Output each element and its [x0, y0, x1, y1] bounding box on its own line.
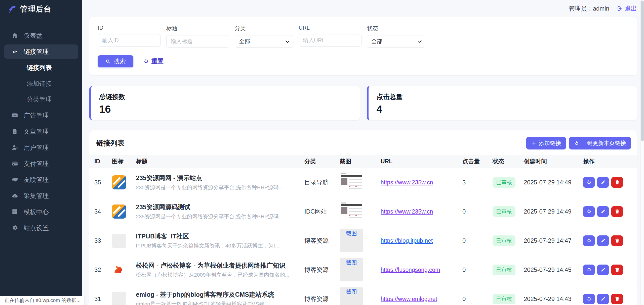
link-title: 松松网 - 卢松松博客 - 为草根创业者提供网络推广知识 — [136, 261, 304, 270]
cell-clicks: 0 — [462, 266, 493, 273]
sidebar-subitem-category-management[interactable]: 分类管理 — [0, 91, 82, 107]
status-badge: 已审核 — [493, 177, 515, 188]
delete-link-button[interactable] — [611, 235, 623, 246]
sidebar-item-ad-management[interactable]: 广告管理 — [0, 107, 82, 123]
stat-card-total-links: 总链接数 16 — [89, 86, 360, 120]
link-url[interactable]: https://lusongsong.com — [381, 267, 440, 273]
add-link-label: 添加链接 — [539, 139, 561, 147]
edit-icon — [600, 296, 606, 301]
refresh-link-button[interactable] — [583, 235, 595, 246]
sidebar-item-site-settings[interactable]: 站点设置 — [0, 220, 82, 236]
sidebar-item-friendlink-management[interactable]: 友联管理 — [0, 172, 82, 188]
filter-label-title: 标题 — [166, 25, 229, 32]
link-title: 235资源网源码测试 — [136, 203, 304, 211]
table-row: 32 松松网 - 卢松松博客 - 为草根创业者提供网络推广知识 松松网（卢松松博… — [89, 255, 637, 284]
add-link-button[interactable]: 添加链接 — [526, 137, 566, 149]
browser-status-text: 正在传输来自 s0.wp.com 的数据... — [0, 296, 85, 305]
title-input[interactable] — [166, 35, 229, 48]
sidebar-subitem-add-link[interactable]: 添加链接 — [0, 76, 82, 91]
status-select[interactable]: 全部 — [367, 35, 425, 48]
scrollbar-thumb[interactable] — [641, 1, 644, 141]
category-select[interactable]: 全部 — [235, 35, 293, 48]
delete-link-button[interactable] — [611, 206, 623, 217]
link-url[interactable]: https://www.235w.cn — [381, 208, 433, 215]
filter-field-category: 分类 全部 — [235, 25, 293, 48]
sidebar-item-link-management[interactable]: 链接管理 — [4, 44, 78, 59]
edit-link-button[interactable] — [597, 235, 609, 246]
refresh-link-button[interactable] — [583, 294, 595, 304]
trash-icon — [615, 209, 620, 214]
cell-clicks: 0 — [462, 208, 493, 215]
id-input[interactable] — [98, 34, 161, 47]
logout-link[interactable]: 退出 — [617, 5, 637, 13]
sidebar-item-payment-management[interactable]: 支付管理 — [0, 156, 82, 172]
reset-button[interactable]: 重置 — [143, 57, 164, 65]
refresh-icon — [586, 296, 592, 301]
status-badge: 已审核 — [493, 265, 515, 275]
filter-field-id: ID — [98, 25, 161, 48]
admin-label: 管理员： — [569, 5, 593, 12]
edit-icon — [600, 238, 606, 243]
sidebar-item-collect-management[interactable]: 采集管理 — [0, 188, 82, 204]
cell-created: 2025-07-29 14:47 — [524, 237, 583, 244]
column-header-id: ID — [94, 158, 112, 165]
user-gear-icon — [12, 144, 18, 151]
cell-category: 博客资源 — [304, 237, 340, 245]
filter-field-status: 状态 全部 — [367, 25, 425, 48]
screenshot-placeholder: 截图 — [340, 229, 363, 252]
refresh-link-button[interactable] — [583, 265, 595, 275]
site-favicon — [112, 175, 126, 189]
sidebar-subitem-label: 添加链接 — [27, 79, 52, 88]
cell-id: 32 — [94, 266, 112, 273]
search-button[interactable]: 搜索 — [98, 55, 133, 67]
sidebar-item-label: 支付管理 — [24, 160, 49, 168]
edit-link-button[interactable] — [597, 206, 609, 217]
delete-link-button[interactable] — [611, 177, 623, 188]
delete-link-button[interactable] — [611, 294, 623, 304]
sidebar-subitem-link-list[interactable]: 链接列表 — [0, 60, 82, 76]
url-input[interactable] — [299, 34, 361, 47]
link-url[interactable]: https://blog.itpub.net — [381, 237, 433, 244]
site-favicon-placeholder — [112, 234, 126, 248]
sidebar-subitem-label: 分类管理 — [27, 95, 52, 104]
refresh-link-button[interactable] — [583, 177, 595, 188]
search-button-label: 搜索 — [114, 57, 126, 65]
table-row: 34 235资源网源码测试 235资源网是一个专业的网络资源分享平台,提供各种P… — [89, 197, 637, 226]
edit-link-button[interactable] — [597, 294, 609, 304]
refresh-icon — [586, 267, 592, 272]
trash-icon — [615, 267, 620, 272]
screenshot-thumbnail[interactable] — [340, 173, 363, 192]
cell-clicks: 0 — [462, 237, 493, 244]
screenshot-placeholder: 截图 — [340, 287, 363, 305]
cell-clicks: 0 — [462, 295, 493, 302]
edit-link-button[interactable] — [597, 265, 609, 275]
link-description: 235资源网是一个专业的网络资源分享平台,提供各种PHP源码... — [136, 184, 304, 191]
update-page-links-button[interactable]: 一键更新本页链接 — [569, 137, 631, 149]
grid-icon — [12, 209, 18, 215]
status-select-value: 全部 — [371, 38, 382, 45]
sidebar-item-dashboard[interactable]: 仪表盘 — [0, 27, 82, 43]
link-icon — [12, 48, 18, 55]
edit-icon — [600, 209, 606, 214]
filter-field-url: URL — [299, 25, 361, 48]
sidebar-item-article-management[interactable]: 文章管理 — [0, 123, 82, 139]
edit-link-button[interactable] — [597, 177, 609, 188]
link-title: 235资源网网 - 演示站点 — [136, 174, 304, 182]
refresh-link-button[interactable] — [583, 206, 595, 217]
gear-icon — [12, 225, 18, 231]
status-badge: 已审核 — [493, 206, 515, 217]
logout-icon — [617, 6, 623, 12]
link-url[interactable]: https://www.235w.cn — [381, 179, 433, 186]
screenshot-thumbnail[interactable] — [340, 202, 363, 221]
cell-created: 2025-07-29 14:49 — [524, 208, 583, 215]
edit-icon — [600, 180, 606, 185]
link-url[interactable]: https://www.emlog.net — [381, 296, 437, 302]
delete-link-button[interactable] — [611, 265, 623, 275]
column-header-url: URL — [381, 158, 462, 165]
filter-panel: ID 标题 分类 全部 URL — [89, 17, 637, 75]
link-description: 松松网（卢松松博客）从2009年创立至今，已经成为国内知名的... — [136, 271, 304, 278]
column-header-actions: 操作 — [583, 158, 632, 165]
sidebar-item-user-management[interactable]: 用户管理 — [0, 139, 82, 156]
sidebar-item-template-center[interactable]: 模板中心 — [0, 204, 82, 220]
page-scrollbar[interactable] — [640, 0, 644, 305]
